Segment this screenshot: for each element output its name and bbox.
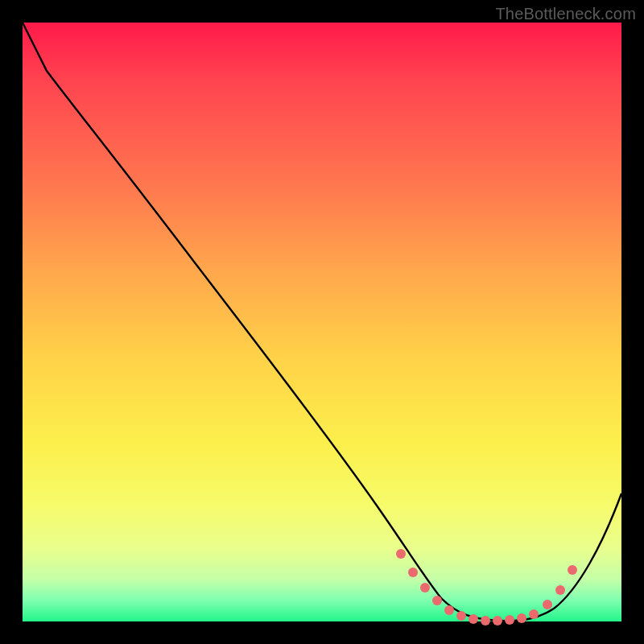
svg-point-5 [456, 611, 466, 621]
svg-point-6 [469, 614, 478, 624]
chart-plot-area [23, 23, 621, 621]
watermark-text: TheBottleneck.com [495, 5, 636, 23]
svg-point-10 [517, 613, 526, 623]
svg-point-2 [420, 583, 430, 592]
svg-point-3 [432, 596, 442, 605]
svg-point-0 [396, 549, 406, 559]
svg-point-1 [408, 568, 418, 577]
svg-point-14 [568, 565, 577, 575]
chart-stage: TheBottleneck.com [0, 0, 644, 644]
curve-path [23, 23, 621, 621]
svg-point-9 [505, 615, 514, 625]
svg-point-12 [543, 600, 552, 609]
svg-point-13 [555, 585, 565, 595]
svg-point-4 [444, 605, 454, 615]
svg-point-11 [529, 609, 539, 619]
chart-svg [23, 23, 621, 621]
svg-point-8 [493, 616, 502, 625]
flat-region-dots [396, 549, 577, 625]
svg-point-7 [481, 616, 490, 625]
